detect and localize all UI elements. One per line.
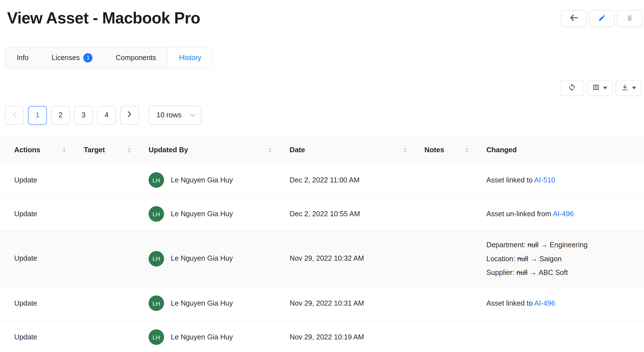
tab-components-label: Components	[116, 53, 156, 62]
tab-info[interactable]: Info	[5, 47, 40, 68]
asset-link[interactable]: AI-510	[534, 176, 555, 184]
column-header-updated-by[interactable]: Updated By ▲▼	[142, 137, 283, 163]
updated-by-cell: LHLe Nguyen Gia Huy	[142, 286, 283, 320]
changed-text: Supplier:	[486, 268, 516, 277]
download-icon	[621, 84, 629, 92]
changed-text: Asset linked to	[486, 299, 534, 307]
refresh-icon	[568, 84, 576, 93]
changed-text: Engineering	[550, 241, 588, 249]
changed-cell: Asset linked to AI-496	[480, 286, 644, 320]
avatar: LH	[149, 251, 164, 267]
pagination-next-button[interactable]	[120, 106, 139, 125]
rows-per-page-value: 10 rows	[157, 111, 181, 120]
pagination-page-4[interactable]: 4	[97, 106, 116, 125]
changed-line: Asset un-linked from AI-496	[486, 207, 638, 221]
pagination-page-2[interactable]: 2	[51, 106, 70, 125]
tabs: Info Licenses 1 Components History	[0, 47, 644, 68]
updated-by-cell: LHLe Nguyen Gia Huy	[142, 163, 283, 197]
notes-cell	[418, 286, 480, 320]
chevron-down-icon	[603, 87, 607, 89]
header-actions	[561, 9, 643, 27]
sort-icon[interactable]: ▲▼	[465, 147, 469, 153]
target-cell	[77, 286, 142, 320]
updated-by-cell: LHLe Nguyen Gia Huy	[142, 231, 283, 286]
tab-licenses-label: Licenses	[52, 53, 80, 62]
asset-link[interactable]: AI-496	[553, 210, 574, 218]
table-row: UpdateLHLe Nguyen Gia HuyDec 2, 2022 11:…	[0, 163, 644, 197]
back-button[interactable]	[561, 10, 587, 27]
pagination-page-1[interactable]: 1	[28, 106, 47, 125]
changed-line: Asset linked to AI-510	[486, 173, 638, 187]
table-row: UpdateLHLe Nguyen Gia HuyNov 29, 2022 10…	[0, 286, 644, 320]
chevron-down-icon	[190, 111, 196, 120]
target-cell	[77, 163, 142, 197]
notes-cell	[418, 231, 480, 286]
avatar: LH	[149, 296, 164, 311]
date-cell: Nov 29, 2022 10:19 AM	[283, 320, 418, 352]
pagination: 1 2 3 4 10 rows	[0, 96, 644, 125]
updated-by-name: Le Nguyen Gia Huy	[171, 299, 233, 307]
sort-icon[interactable]: ▲▼	[63, 147, 66, 153]
tab-info-label: Info	[17, 53, 29, 62]
edit-button[interactable]	[589, 10, 615, 27]
changed-line: Location: null → Saigon	[486, 252, 638, 266]
sort-icon[interactable]: ▲▼	[268, 147, 272, 153]
table-toolbar	[0, 68, 644, 96]
asset-link[interactable]: AI-496	[534, 299, 555, 307]
user: LHLe Nguyen Gia Huy	[149, 206, 277, 222]
target-cell	[77, 320, 142, 352]
column-header-date[interactable]: Date ▲▼	[283, 137, 418, 163]
tab-history[interactable]: History	[167, 47, 213, 68]
notes-cell	[418, 197, 480, 231]
sort-icon[interactable]: ▲▼	[127, 147, 131, 153]
avatar: LH	[149, 172, 164, 188]
tab-licenses[interactable]: Licenses 1	[40, 47, 104, 68]
pagination-page-3[interactable]: 3	[74, 106, 93, 125]
updated-by-cell: LHLe Nguyen Gia Huy	[142, 320, 283, 352]
changed-line: Asset linked to AI-496	[486, 296, 638, 310]
user: LHLe Nguyen Gia Huy	[149, 251, 277, 267]
avatar: LH	[149, 329, 164, 345]
column-header-notes[interactable]: Notes ▲▼	[418, 137, 480, 163]
changed-text: Location:	[486, 255, 517, 263]
column-header-changed: Changed	[480, 137, 644, 163]
action-cell: Update	[0, 197, 77, 231]
columns-grid-icon	[592, 84, 600, 92]
old-value: null	[517, 255, 528, 263]
user: LHLe Nguyen Gia Huy	[149, 172, 277, 188]
column-header-target[interactable]: Target ▲▼	[77, 137, 142, 163]
page-header: View Asset - Macbook Pro	[0, 0, 644, 27]
updated-by-name: Le Nguyen Gia Huy	[171, 210, 233, 218]
view-asset-page: View Asset - Macbook Pro Info	[0, 0, 644, 352]
arrow-right-icon: →	[527, 268, 539, 277]
notes-cell	[418, 320, 480, 352]
changed-cell: Department: null → EngineeringLocation: …	[480, 231, 644, 286]
avatar: LH	[149, 206, 164, 222]
pencil-icon	[598, 14, 605, 23]
pagination-prev-button[interactable]	[5, 106, 24, 125]
table-row: UpdateLHLe Nguyen Gia HuyDec 2, 2022 10:…	[0, 197, 644, 231]
chevron-right-icon	[127, 111, 132, 120]
arrow-right-icon: →	[528, 255, 539, 263]
refresh-button[interactable]	[560, 80, 584, 96]
action-cell: Update	[0, 286, 77, 320]
target-cell	[77, 197, 142, 231]
delete-button[interactable]	[617, 10, 643, 27]
column-header-actions[interactable]: Actions ▲▼	[0, 137, 77, 163]
updated-by-name: Le Nguyen Gia Huy	[171, 333, 233, 341]
date-cell: Dec 2, 2022 11:00 AM	[283, 163, 418, 197]
changed-line: Supplier: null → ABC Soft	[486, 265, 638, 279]
action-cell: Update	[0, 320, 77, 352]
changed-text: ABC Soft	[539, 268, 568, 277]
old-value: null	[527, 241, 539, 249]
changed-cell: Asset un-linked from AI-496	[480, 197, 644, 231]
tab-components[interactable]: Components	[104, 47, 168, 68]
export-button[interactable]	[616, 80, 642, 96]
rows-per-page-select[interactable]: 10 rows	[149, 106, 201, 125]
licenses-count-badge: 1	[83, 53, 93, 62]
updated-by-cell: LHLe Nguyen Gia Huy	[142, 197, 283, 231]
target-cell	[77, 231, 142, 286]
action-cell: Update	[0, 231, 77, 286]
columns-button[interactable]	[587, 80, 613, 96]
sort-icon[interactable]: ▲▼	[403, 147, 407, 153]
